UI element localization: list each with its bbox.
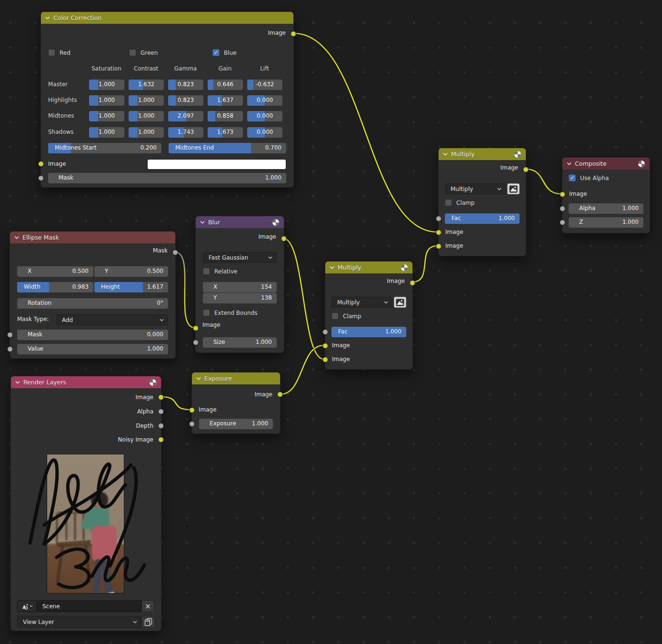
scene-unlink-button[interactable]: × [141,600,154,612]
wire-blur-image-to-multiply-lower-image-2[interactable] [283,238,324,359]
blur-x-field[interactable]: X154 [203,282,277,292]
node-header-exposure[interactable]: Exposure [192,372,280,384]
socket-image-input[interactable] [38,161,44,167]
wire-render-layers-image-to-exposure-image-in[interactable] [161,397,191,410]
x-field[interactable]: X0.500 [17,266,93,277]
use-alpha-checkbox[interactable]: ✓ [569,174,576,181]
rotation-field[interactable]: Rotation0° [17,298,168,309]
node-blur[interactable]: Blur Image Fast Gaussian ✓ Relative X154… [195,216,284,353]
master-lift-slider[interactable]: -0.632 [247,80,282,90]
highlights-gamma-slider[interactable]: 0.823 [168,95,203,106]
relative-checkbox[interactable]: ✓ [203,268,210,275]
highlights-contrast-slider[interactable]: 1.000 [129,95,164,106]
width-slider[interactable]: Width0.983 [17,282,93,292]
wire-multiply-upper-image-to-composite-image[interactable] [526,169,561,194]
preview-sphere-icon[interactable] [401,264,408,272]
clamp-checkbox[interactable]: ✓ [331,312,339,320]
socket-mask-output[interactable] [172,250,178,255]
socket-image-output[interactable] [277,392,283,397]
alpha-input-field[interactable]: Alpha1.000 [569,203,643,214]
collapse-chevron-icon[interactable] [196,377,201,380]
master-gamma-slider[interactable]: 0.823 [168,80,203,90]
socket-fac-input[interactable] [322,329,328,335]
node-header-composite[interactable]: Composite [562,158,650,170]
midtones-gamma-slider[interactable]: 2.097 [168,111,203,121]
node-header-multiply[interactable]: Multiply [439,148,526,160]
highlights-lift-slider[interactable]: 0.000 [247,95,282,106]
master-gain-slider[interactable]: 0.646 [208,80,243,90]
collapse-chevron-icon[interactable] [200,221,205,224]
socket-image-input[interactable] [560,191,565,197]
preview-sphere-icon[interactable] [149,379,157,386]
socket-z-input[interactable] [560,220,565,225]
socket-exposure-input[interactable] [189,421,195,427]
node-color-correction[interactable]: Color Correction Image ✓ Red ✓ Green ✓ B… [40,11,294,188]
blend-mode-dropdown[interactable]: Multiply [331,297,392,308]
master-contrast-slider[interactable]: 1.632 [129,80,164,90]
socket-alpha-output[interactable] [158,409,164,414]
wire-color-correction-image-to-multiply-upper-image-1[interactable] [294,33,437,232]
midtones-contrast-slider[interactable]: 1.000 [129,111,164,121]
image-datablock-button[interactable] [394,297,406,308]
midtones-gain-slider[interactable]: 0.858 [208,111,243,121]
shadows-lift-slider[interactable]: 0.000 [247,127,282,138]
shadows-gain-slider[interactable]: 1.673 [208,127,243,138]
socket-fac-input[interactable] [436,216,441,221]
node-header-multiply[interactable]: Multiply [325,262,412,273]
master-saturation-slider[interactable]: 1.000 [89,80,124,90]
socket-image-input-2[interactable] [436,243,441,249]
highlights-saturation-slider[interactable]: 1.000 [89,95,124,106]
socket-alpha-input[interactable] [560,206,565,211]
extend-bounds-checkbox[interactable]: ✓ [203,309,210,316]
socket-image-output[interactable] [291,31,296,37]
collapse-chevron-icon[interactable] [14,236,19,239]
mask-input-field[interactable]: Mask0.000 [17,330,168,340]
value-input-field[interactable]: Value1.000 [17,344,168,354]
height-slider[interactable]: Height1.617 [94,282,168,292]
node-exposure[interactable]: Exposure Image Image Exposure1.000 [191,372,281,434]
scene-name-field[interactable]: Scene [37,600,141,612]
node-header-color-correction[interactable]: Color Correction [41,12,293,24]
preview-sphere-icon[interactable] [514,151,522,158]
blend-mode-dropdown[interactable]: Multiply [445,183,506,194]
node-ellipse-mask[interactable]: Ellipse Mask Mask X0.500 Y0.500 Width0.9… [10,231,176,359]
node-composite[interactable]: Composite ✓ Use Alpha Image Alpha1.000 Z… [562,157,650,233]
image-color-swatch[interactable] [147,159,286,170]
collapse-chevron-icon[interactable] [567,162,572,165]
render-single-layer-button[interactable] [141,616,155,628]
shadows-gamma-slider[interactable]: 1.743 [168,127,203,138]
view-layer-dropdown[interactable]: View Layer [17,616,141,628]
red-checkbox[interactable]: ✓ [48,49,55,56]
collapse-chevron-icon[interactable] [443,152,448,156]
blue-checkbox[interactable]: ✓ [212,49,220,56]
preview-sphere-icon[interactable] [272,219,280,226]
socket-image-input[interactable] [193,325,199,331]
green-checkbox[interactable]: ✓ [129,49,136,56]
socket-image-output[interactable] [281,236,287,242]
socket-noisy-image-output[interactable] [158,437,164,443]
image-datablock-button[interactable] [507,183,520,194]
wire-multiply-lower-image-to-multiply-upper-image-2[interactable] [412,246,437,282]
socket-image-input-1[interactable] [436,230,441,235]
collapse-chevron-icon[interactable] [330,266,334,269]
socket-mask-input[interactable] [38,175,44,181]
z-input-field[interactable]: Z1.000 [569,217,643,228]
filter-type-dropdown[interactable]: Fast Gaussian [203,252,277,263]
node-header-ellipse-mask[interactable]: Ellipse Mask [10,231,175,243]
size-input-field[interactable]: Size1.000 [203,337,277,348]
shadows-contrast-slider[interactable]: 1.000 [129,127,164,138]
socket-image-output[interactable] [158,394,164,400]
socket-image-output[interactable] [410,280,415,286]
blur-y-field[interactable]: Y138 [203,293,277,303]
node-header-blur[interactable]: Blur [196,216,284,228]
node-render-layers[interactable]: Render Layers Image Alpha Depth Noisy Im… [10,376,161,631]
socket-value-input[interactable] [7,346,13,352]
socket-image-output[interactable] [523,167,529,172]
node-multiply-lower[interactable]: Multiply Image Multiply ✓ Clamp Fac 1.00… [325,261,413,370]
fac-slider[interactable]: Fac 1.000 [445,213,520,224]
node-multiply-upper[interactable]: Multiply Image Multiply ✓ Clamp Fac 1.00… [438,148,526,256]
wire-exposure-image-to-multiply-lower-image-1[interactable] [280,345,324,394]
socket-image-input-1[interactable] [322,343,328,349]
midtones-saturation-slider[interactable]: 1.000 [89,111,124,121]
mask-type-dropdown[interactable]: Add [56,314,168,325]
